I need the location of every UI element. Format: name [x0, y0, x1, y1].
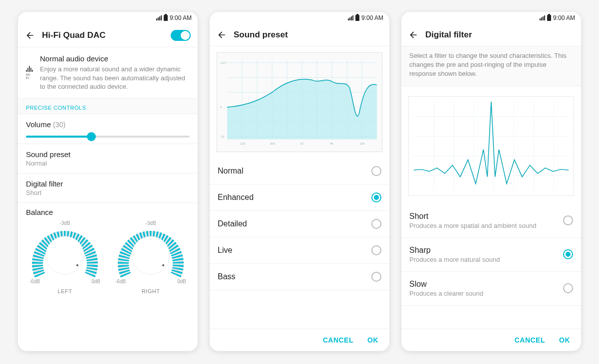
radio-icon — [563, 283, 573, 293]
preset-option-enhanced[interactable]: Enhanced — [210, 184, 389, 211]
page-title: Digital filter — [425, 30, 574, 40]
option-label: Bass — [218, 272, 371, 281]
option-label: Sharp — [409, 246, 563, 255]
svg-text:0: 0 — [220, 106, 222, 109]
sound-preset-row[interactable]: Sound preset Normal — [18, 144, 198, 174]
status-time: 9:00 AM — [553, 14, 575, 21]
ok-button[interactable]: OK — [559, 336, 570, 344]
titlebar: Sound preset — [210, 24, 389, 46]
option-label: Short — [409, 212, 563, 221]
device-info: Hi-Fi Normal audio device Enjoy a more n… — [18, 47, 198, 99]
titlebar: Digital filter — [401, 24, 581, 46]
svg-text:125: 125 — [240, 142, 246, 145]
status-bar: 9:00 AM — [210, 12, 389, 24]
radio-icon — [371, 166, 381, 176]
option-label: Live — [218, 246, 371, 255]
dialog-actions: CANCEL OK — [210, 329, 389, 351]
back-icon[interactable] — [217, 30, 227, 40]
filter-option-short[interactable]: ShortProduces a more spatial and ambient… — [401, 204, 581, 238]
device-info-body: Enjoy a more natural sound and a wider d… — [40, 65, 190, 91]
svg-text:10k: 10k — [360, 142, 365, 145]
radio-icon — [371, 245, 381, 255]
radio-icon — [371, 272, 381, 282]
option-sub: Produces a clearer sound — [409, 290, 563, 297]
battery-icon — [164, 15, 168, 21]
svg-text:4K: 4K — [330, 142, 333, 145]
preset-option-detailed[interactable]: Detailed — [210, 211, 389, 237]
preset-option-bass[interactable]: Bass — [210, 264, 389, 290]
option-label: Enhanced — [218, 193, 371, 202]
digital-filter-row[interactable]: Digital filter Short — [18, 174, 198, 203]
status-bar: 9:00 AM — [401, 12, 581, 24]
radio-icon — [371, 192, 381, 202]
section-label-precise: PRECISE CONTROLS — [18, 99, 198, 114]
volume-row[interactable]: Volume (30) — [18, 114, 198, 144]
device-info-heading: Normal audio device — [40, 54, 190, 63]
cancel-button[interactable]: CANCEL — [515, 336, 545, 344]
preset-option-live[interactable]: Live — [210, 237, 389, 264]
hifi-icon: Hi-Fi — [26, 54, 33, 91]
svg-point-2 — [132, 236, 170, 274]
svg-text:-15: -15 — [220, 135, 225, 138]
battery-icon — [355, 15, 359, 21]
volume-slider[interactable] — [26, 136, 190, 138]
option-label: Slow — [409, 280, 563, 289]
svg-point-3 — [162, 264, 164, 266]
digital-filter-value: Short — [26, 189, 190, 196]
svg-text:+8.0: +8.0 — [220, 61, 227, 64]
dialog-actions: CANCEL OK — [401, 329, 581, 351]
signal-icon — [348, 15, 353, 20]
filter-option-sharp[interactable]: SharpProduces a more natural sound — [401, 238, 581, 272]
screen-hifi-quad-dac: 9:00 AM Hi-Fi Quad DAC Hi-Fi Normal audi… — [18, 12, 198, 351]
balance-dial-right[interactable]: -3dB -6dB 0dB — [113, 220, 188, 285]
volume-label: Volume — [26, 120, 51, 129]
option-label: Detailed — [218, 219, 371, 228]
sound-preset-label: Sound preset — [26, 150, 190, 159]
svg-point-1 — [76, 264, 78, 266]
balance-dial-left[interactable]: -3dB -6dB 0dB — [27, 220, 102, 285]
option-sub: Produces a more natural sound — [409, 256, 563, 263]
filter-description: Select a filter to change the sound char… — [401, 46, 581, 86]
screen-sound-preset: 9:00 AM Sound preset — [210, 12, 389, 351]
page-title: Sound preset — [234, 30, 382, 40]
impulse-graph — [408, 96, 574, 196]
volume-value: (30) — [53, 121, 65, 129]
sound-preset-value: Normal — [26, 160, 190, 167]
screen-digital-filter: 9:00 AM Digital filter Select a filter t… — [401, 12, 581, 351]
balance-right-label: RIGHT — [112, 288, 190, 294]
ok-button[interactable]: OK — [367, 336, 378, 344]
svg-text:1K: 1K — [300, 142, 303, 145]
balance-label: Balance — [26, 208, 190, 216]
balance-left-label: LEFT — [26, 288, 104, 294]
option-label: Normal — [218, 167, 371, 176]
eq-graph: +8.00-15 1253001K 4K10k — [217, 52, 382, 152]
master-toggle[interactable] — [171, 30, 191, 41]
signal-icon — [540, 15, 545, 20]
status-time: 9:00 AM — [361, 14, 383, 21]
battery-icon — [547, 15, 551, 21]
back-icon[interactable] — [25, 30, 35, 40]
signal-icon — [156, 15, 162, 20]
svg-text:300: 300 — [270, 142, 276, 145]
balance-section: Balance -3dB -6dB 0dB — [18, 203, 198, 302]
filter-option-slow[interactable]: SlowProduces a clearer sound — [401, 272, 581, 306]
preset-option-normal[interactable]: Normal — [210, 158, 389, 184]
cancel-button[interactable]: CANCEL — [323, 336, 353, 344]
titlebar: Hi-Fi Quad DAC — [18, 24, 198, 47]
radio-icon — [563, 215, 573, 225]
status-bar: 9:00 AM — [18, 12, 198, 24]
back-icon[interactable] — [408, 30, 418, 40]
page-title: Hi-Fi Quad DAC — [42, 30, 164, 40]
radio-icon — [371, 219, 381, 229]
option-sub: Produces a more spatial and ambient soun… — [409, 222, 563, 229]
radio-icon — [563, 249, 573, 259]
digital-filter-label: Digital filter — [26, 180, 190, 188]
status-time: 9:00 AM — [170, 14, 192, 21]
svg-point-0 — [46, 236, 84, 274]
